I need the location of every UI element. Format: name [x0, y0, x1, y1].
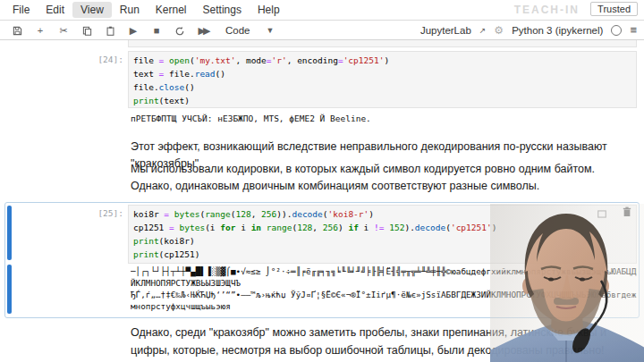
chevron-down-icon: ▼: [267, 26, 275, 35]
menu-settings[interactable]: Settings: [195, 2, 250, 18]
menu-run[interactable]: Run: [112, 2, 148, 18]
cell24-prompt: [24]:: [75, 55, 123, 64]
markdown-paragraph-2: Мы использовали кодировки, в которых каж…: [131, 161, 637, 195]
menu-view[interactable]: View: [72, 2, 112, 18]
webcam-overlay: [490, 204, 644, 362]
copy-cell-icon[interactable]: [77, 21, 97, 39]
menu-edit[interactable]: Edit: [38, 2, 72, 18]
cut-cell-icon[interactable]: ✂: [54, 21, 73, 39]
trusted-button[interactable]: Trusted: [590, 2, 638, 16]
external-link-icon: ↗: [479, 26, 487, 35]
paste-cell-icon[interactable]: [100, 21, 120, 39]
cell-type-dropdown[interactable]: Code ▼: [225, 25, 274, 36]
run-cell-icon[interactable]: ▶: [123, 21, 143, 39]
menu-help[interactable]: Help: [250, 2, 288, 18]
restart-run-all-icon[interactable]: ▶▶: [193, 21, 213, 39]
partial-previous-cell[interactable]: [128, 40, 637, 47]
stop-kernel-icon[interactable]: ■: [147, 21, 166, 39]
notebook-toolbar: + ✂ ▶ ■ ▶▶ Code ▼ JupyterLab ↗ ⚙ Python …: [0, 21, 644, 40]
presenter-portrait: [490, 204, 644, 362]
menu-kernel[interactable]: Kernel: [148, 2, 195, 18]
hamburger-menu-icon[interactable]: ≡: [630, 23, 637, 37]
cell24-output: пРЕТБФПТЩ УЧСЪЙ: нЕЗБЖПО, MTS, фЕМЕ2 Й B…: [131, 114, 371, 123]
cell25-selection-bar[interactable]: [7, 206, 12, 260]
cell25-selection-bar-output[interactable]: [7, 265, 12, 314]
add-cell-icon[interactable]: +: [30, 21, 50, 39]
kernel-status-icon: [611, 25, 622, 36]
gear-icon[interactable]: ⚙: [494, 24, 504, 37]
save-icon[interactable]: [7, 21, 27, 39]
cell-type-value: Code: [225, 25, 250, 36]
cell25-prompt: [25]:: [75, 208, 123, 218]
kernel-name[interactable]: Python 3 (ipykernel): [512, 25, 603, 36]
restart-kernel-icon[interactable]: [170, 21, 190, 39]
menu-file[interactable]: File: [4, 2, 38, 18]
teach-in-logo: TEACH-IN: [514, 4, 580, 16]
jupyter-notebook-window: File Edit View Run Kernel Settings Help …: [0, 0, 644, 362]
jupyterlab-link[interactable]: JupyterLab: [420, 25, 471, 36]
cell24-input[interactable]: file = open('my.txt', mode='r', encoding…: [128, 51, 637, 108]
